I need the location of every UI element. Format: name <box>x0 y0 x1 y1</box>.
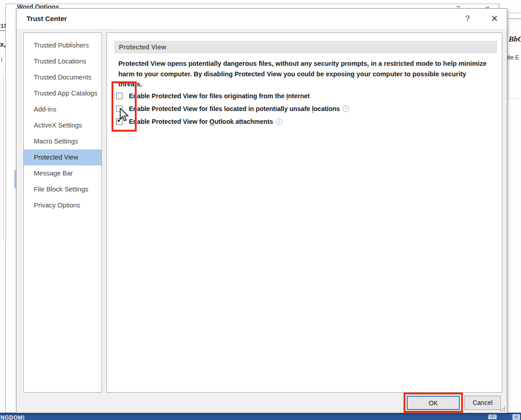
trust-center-dialog: Trust Center ? ✕ Trusted Publishers Trus… <box>16 8 507 413</box>
protected-view-description: Protected View opens potentially dangero… <box>118 58 487 90</box>
language-status-fragment[interactable]: NGDOM) <box>0 415 25 420</box>
sidebar-item-macro-settings[interactable]: Macro Settings <box>24 133 101 149</box>
ribbon-bar-fragment: ǀ <box>1 57 2 63</box>
annotation-rectangle-checkboxes <box>112 81 137 132</box>
sidebar-item-protected-view[interactable]: Protected View <box>24 149 101 165</box>
read-mode-icon[interactable] <box>488 414 497 420</box>
info-icon[interactable]: i <box>343 106 349 112</box>
description-line: harm to your computer. By disabling Prot… <box>118 69 487 80</box>
sidebar-item-message-bar[interactable]: Message Bar <box>24 165 101 181</box>
ribbon-edge-line <box>508 18 521 19</box>
style-name-fragment: tle E <box>507 54 519 61</box>
ribbon-glyph-fragment: x, <box>0 40 6 48</box>
info-icon[interactable]: i <box>276 118 282 125</box>
sidebar-item-privacy-options[interactable]: Privacy Options <box>24 197 101 213</box>
sidebar-item-trusted-publishers[interactable]: Trusted Publishers <box>24 37 101 53</box>
checkbox-label[interactable]: Enable Protected View for files originat… <box>129 92 310 100</box>
description-line: Protected View opens potentially dangero… <box>118 58 487 69</box>
sidebar-item-trusted-locations[interactable]: Trusted Locations <box>24 53 101 69</box>
help-icon[interactable]: ? <box>458 12 477 25</box>
checkbox-label[interactable]: Enable Protected View for files located … <box>129 105 340 112</box>
ribbon-edge-line <box>508 13 521 13</box>
style-preview-fragment: BbC <box>509 35 521 44</box>
close-icon[interactable]: ✕ <box>485 12 504 25</box>
checkbox-row-unsafe-locations[interactable]: Enable Protected View for files located … <box>116 104 349 113</box>
protected-view-panel: Protected View Protected View opens pote… <box>106 32 502 393</box>
sidebar-item-activex-settings[interactable]: ActiveX Settings <box>24 117 101 133</box>
dialog-title: Trust Center <box>27 15 67 22</box>
sidebar-item-trusted-documents[interactable]: Trusted Documents <box>24 69 101 85</box>
resize-grip[interactable] <box>500 406 505 412</box>
sidebar-item-file-block-settings[interactable]: File Block Settings <box>24 181 101 197</box>
trust-center-sidebar: Trusted Publishers Trusted Locations Tru… <box>23 32 102 393</box>
section-header: Protected View <box>114 41 497 53</box>
dialog-titlebar[interactable]: Trust Center ? ✕ <box>16 9 507 29</box>
description-line: threats. <box>118 79 487 90</box>
checkbox-row-outlook-attachments[interactable]: ✓ Enable Protected View for Outlook atta… <box>116 117 282 126</box>
print-layout-icon[interactable] <box>512 414 521 420</box>
word-status-bar: NGDOM) <box>0 413 521 420</box>
sidebar-item-add-ins[interactable]: Add-ins <box>24 101 101 117</box>
annotation-rectangle-ok <box>404 393 463 413</box>
checkbox-row-internet[interactable]: Enable Protected View for files originat… <box>116 91 310 101</box>
cancel-button[interactable]: Cancel <box>464 396 501 410</box>
checkbox-label[interactable]: Enable Protected View for Outlook attach… <box>129 118 273 125</box>
ribbon-divider <box>3 75 4 240</box>
sidebar-item-trusted-app-catalogs[interactable]: Trusted App Catalogs <box>24 85 101 101</box>
mouse-cursor-icon <box>119 108 130 122</box>
